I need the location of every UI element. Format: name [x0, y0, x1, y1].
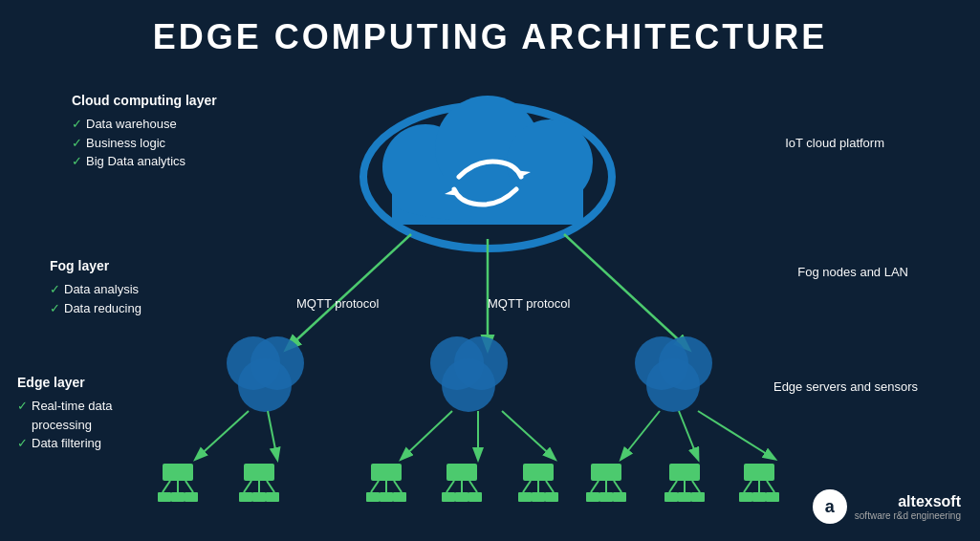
iot-label-text: IoT cloud platform — [785, 136, 884, 150]
cloud-item-3-text: Big Data analytics — [86, 152, 185, 171]
svg-rect-75 — [664, 492, 678, 502]
svg-point-17 — [442, 358, 495, 412]
svg-rect-63 — [545, 492, 558, 502]
fog-item-1: ✓ Data analysis — [50, 280, 142, 299]
svg-rect-82 — [739, 492, 752, 502]
svg-rect-69 — [599, 492, 613, 502]
svg-rect-40 — [239, 492, 252, 502]
fog-node-left — [227, 336, 304, 412]
svg-rect-29 — [163, 464, 193, 481]
svg-line-27 — [679, 411, 698, 459]
svg-line-22 — [268, 411, 277, 459]
checkmark-2: ✓ — [72, 134, 82, 153]
altexsoft-sub: software r&d engineering — [855, 510, 961, 521]
svg-rect-78 — [744, 464, 774, 481]
svg-line-28 — [698, 411, 774, 459]
edge-item-2: ✓ Data filtering — [17, 434, 113, 453]
svg-line-79 — [744, 481, 751, 492]
svg-rect-56 — [468, 492, 482, 502]
svg-line-81 — [767, 481, 774, 492]
page-title: EDGE COMPUTING ARCHITECTURE — [0, 0, 980, 57]
svg-rect-57 — [523, 464, 554, 481]
svg-line-32 — [185, 481, 193, 492]
edge-item-1: ✓ Real-time dataprocessing — [17, 397, 113, 434]
svg-line-11 — [564, 234, 688, 349]
mqtt-right-text: MQTT protocol — [488, 296, 570, 311]
fog-item-2-text: Data reducing — [64, 299, 142, 318]
fog-node-center — [430, 336, 508, 412]
svg-rect-34 — [171, 492, 185, 502]
svg-rect-42 — [266, 492, 279, 502]
svg-line-46 — [394, 481, 402, 492]
svg-line-30 — [163, 481, 170, 492]
svg-rect-36 — [244, 464, 274, 481]
checkmark-5: ✓ — [50, 299, 60, 318]
svg-rect-61 — [518, 492, 532, 502]
mqtt-left-label: MQTT protocol — [296, 296, 379, 311]
edge-layer-title: Edge layer — [17, 373, 113, 393]
svg-rect-55 — [455, 492, 468, 502]
fog-nodes-label-text: Fog nodes and LAN — [797, 265, 908, 279]
altexsoft-text: altexsoft software r&d engineering — [855, 493, 961, 521]
svg-rect-76 — [678, 492, 691, 502]
cloud-layer-label: Cloud computing layer ✓ Data warehouse ✓… — [72, 91, 217, 171]
altexsoft-name: altexsoft — [855, 493, 961, 510]
svg-rect-33 — [158, 492, 171, 502]
cloud-item-1: ✓ Data warehouse — [72, 115, 217, 134]
edge-item-2-text: Data filtering — [32, 434, 101, 453]
svg-line-74 — [692, 481, 700, 492]
iot-label: IoT cloud platform — [785, 134, 884, 153]
svg-line-65 — [591, 481, 599, 492]
svg-line-67 — [614, 481, 621, 492]
mqtt-left-text: MQTT protocol — [296, 296, 379, 311]
svg-rect-62 — [532, 492, 545, 502]
svg-rect-43 — [371, 464, 402, 481]
cloud-item-3: ✓ Big Data analytics — [72, 152, 217, 171]
svg-line-26 — [621, 411, 660, 459]
svg-line-25 — [502, 411, 555, 459]
edge-node-group-right — [586, 464, 779, 502]
svg-line-37 — [244, 481, 251, 492]
svg-line-23 — [402, 411, 452, 459]
cloud-layer-title: Cloud computing layer — [72, 91, 217, 111]
svg-rect-68 — [586, 492, 599, 502]
svg-rect-70 — [613, 492, 626, 502]
svg-point-20 — [646, 358, 700, 412]
altexsoft-logo: a altexsoft software r&d engineering — [813, 489, 961, 524]
altexsoft-icon: a — [813, 489, 847, 524]
svg-rect-84 — [766, 492, 779, 502]
svg-rect-35 — [185, 492, 198, 502]
edge-node-group-left — [158, 464, 279, 502]
svg-line-53 — [469, 481, 477, 492]
svg-point-14 — [238, 358, 292, 412]
checkmark-1: ✓ — [72, 115, 82, 134]
cloud-item-2: ✓ Business logic — [72, 134, 217, 153]
edge-node-group-center — [366, 464, 558, 502]
fog-item-1-text: Data analysis — [64, 280, 139, 299]
svg-rect-83 — [752, 492, 766, 502]
svg-rect-71 — [669, 464, 700, 481]
edge-layer-label: Edge layer ✓ Real-time dataprocessing ✓ … — [17, 373, 113, 453]
fog-layer-title: Fog layer — [50, 256, 142, 276]
svg-rect-77 — [691, 492, 705, 502]
svg-rect-48 — [380, 492, 393, 502]
edge-servers-label: Edge servers and sensors — [773, 378, 918, 397]
svg-rect-50 — [446, 464, 477, 481]
svg-line-72 — [669, 481, 677, 492]
cloud-item-1-text: Data warehouse — [86, 115, 177, 134]
svg-line-58 — [523, 481, 531, 492]
edge-item-1-text: Real-time dataprocessing — [32, 397, 113, 434]
fog-node-right — [635, 336, 712, 412]
mqtt-right-label: MQTT protocol — [488, 296, 570, 311]
cloud-item-2-text: Business logic — [86, 134, 165, 153]
edge-servers-label-text: Edge servers and sensors — [773, 379, 918, 394]
fog-item-2: ✓ Data reducing — [50, 299, 142, 318]
checkmark-6: ✓ — [17, 397, 28, 416]
svg-rect-49 — [393, 492, 406, 502]
svg-rect-47 — [366, 492, 380, 502]
fog-layer-label: Fog layer ✓ Data analysis ✓ Data reducin… — [50, 256, 142, 317]
svg-line-39 — [267, 481, 274, 492]
cloud-icon — [363, 96, 612, 249]
svg-line-44 — [371, 481, 379, 492]
checkmark-4: ✓ — [50, 280, 60, 299]
